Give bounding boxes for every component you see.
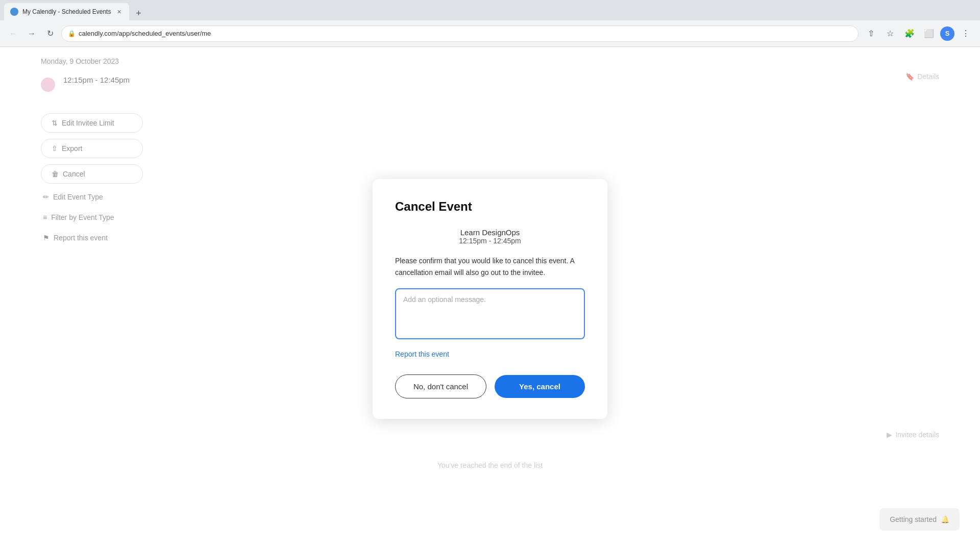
toolbar-right: ⇧ ☆ 🧩 ⬜ S ⋮ [863, 26, 974, 42]
bookmark-button[interactable]: ☆ [882, 26, 898, 42]
tab-bar: My Calendly - Scheduled Events ✕ + [0, 0, 980, 20]
address-bar-row: ← → ↻ 🔒 calendly.com/app/scheduled_event… [0, 20, 980, 47]
modal-title: Cancel Event [395, 199, 585, 214]
optional-message-textarea[interactable] [395, 288, 585, 339]
reload-button[interactable]: ↻ [43, 27, 57, 41]
active-tab[interactable]: My Calendly - Scheduled Events ✕ [4, 3, 129, 20]
menu-button[interactable]: ⋮ [958, 26, 974, 42]
tab-close-button[interactable]: ✕ [115, 8, 123, 16]
forward-button[interactable]: → [24, 27, 39, 41]
page-content: Monday, 9 October 2023 12:15pm - 12:45pm… [0, 47, 980, 551]
back-button[interactable]: ← [6, 27, 20, 41]
browser-window: My Calendly - Scheduled Events ✕ + ← → ↻… [0, 0, 980, 551]
no-dont-cancel-button[interactable]: No, don't cancel [395, 374, 486, 398]
tab-favicon [10, 8, 18, 16]
modal-event-time: 12:15pm - 12:45pm [395, 237, 585, 245]
modal-description: Please confirm that you would like to ca… [395, 255, 585, 278]
new-tab-button[interactable]: + [131, 6, 145, 20]
modal-actions: No, don't cancel Yes, cancel [395, 374, 585, 398]
share-button[interactable]: ⇧ [863, 26, 879, 42]
report-this-event-link[interactable]: Report this event [395, 350, 449, 358]
modal-overlay: Cancel Event Learn DesignOps 12:15pm - 1… [0, 47, 980, 551]
split-view-button[interactable]: ⬜ [921, 26, 937, 42]
address-bar[interactable]: 🔒 calendly.com/app/scheduled_events/user… [61, 26, 859, 42]
modal-event-name: Learn DesignOps [395, 228, 585, 237]
yes-cancel-button[interactable]: Yes, cancel [495, 375, 585, 398]
tab-title: My Calendly - Scheduled Events [22, 8, 111, 15]
address-text: calendly.com/app/scheduled_events/user/m… [79, 30, 852, 37]
lock-icon: 🔒 [68, 30, 76, 37]
extensions-button[interactable]: 🧩 [901, 26, 918, 42]
cancel-event-modal: Cancel Event Learn DesignOps 12:15pm - 1… [373, 179, 607, 419]
profile-button[interactable]: S [940, 27, 954, 41]
